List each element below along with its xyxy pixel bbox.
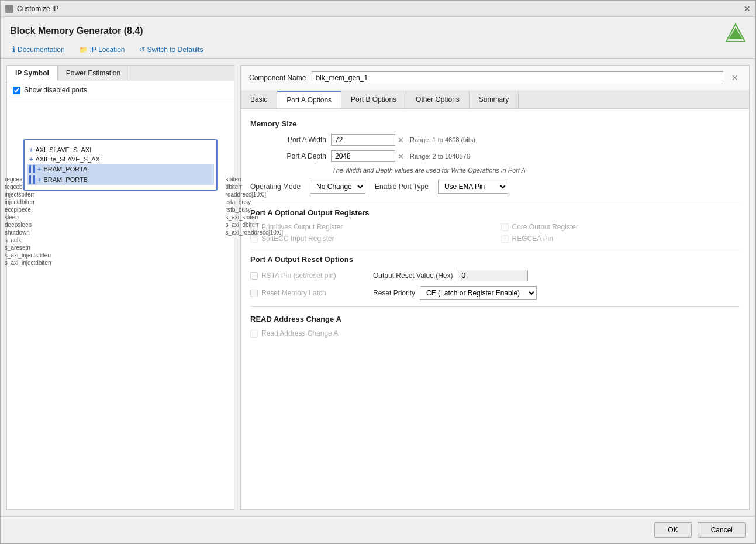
port-a-depth-row: Port A Depth ✕ Range: 2 to 1048576: [250, 150, 740, 162]
component-name-clear-button[interactable]: ✕: [729, 73, 741, 82]
port-row: injectsbiterr: [1, 191, 56, 198]
app-icon: [5, 5, 13, 13]
tab-content-port-a: Memory Size Port A Width ✕ Range: 1 to 4…: [241, 109, 749, 509]
ip-location-button[interactable]: 📁 IP Location: [77, 44, 127, 55]
read-section: READ Address Change A Read Address Chang…: [250, 315, 740, 338]
content-area: IP Symbol Power Estimation Show disabled…: [1, 59, 755, 516]
reset-priority-select[interactable]: CE (Latch or Register Enable) SR (Set/Re…: [420, 286, 537, 300]
port-row: regcea: [1, 175, 56, 183]
port-a-width-range: Range: 1 to 4608 (bits): [410, 136, 475, 143]
read-address-checkbox[interactable]: [250, 330, 258, 338]
main-title: Block Memory Generator (8.4): [10, 26, 143, 36]
tab-ip-symbol[interactable]: IP Symbol: [7, 66, 58, 81]
port-a-width-clear-button[interactable]: ✕: [398, 136, 404, 144]
plus-icon: +: [37, 166, 41, 173]
close-button[interactable]: ✕: [744, 4, 751, 13]
rsta-pin-label: RSTA Pin (set/reset pin): [261, 271, 336, 280]
port-row: dbiterr: [222, 183, 286, 191]
port-row: s_axi_sbiterr: [222, 214, 286, 221]
footer: OK Cancel: [1, 516, 755, 543]
divider1: [250, 202, 740, 202]
divider2: [250, 249, 740, 249]
port-row: deepsleep: [1, 221, 56, 229]
port-a-width-input-wrap: ✕ Range: 1 to 4608 (bits): [331, 134, 475, 146]
tab-other-options[interactable]: Other Options: [406, 91, 470, 108]
output-registers-grid: Primitives Output Register Core Output R…: [250, 223, 740, 243]
switch-to-defaults-button[interactable]: ↺ Switch to Defaults: [137, 44, 206, 55]
output-reset-value-input[interactable]: [458, 270, 528, 281]
port-row: regceb: [1, 183, 56, 191]
title-bar: Customize IP ✕: [1, 1, 755, 17]
port-row: eccpipece: [1, 206, 56, 214]
port-row: rstb_busy: [222, 206, 286, 214]
window-title: Customize IP: [17, 5, 58, 13]
component-name-label: Component Name: [249, 74, 306, 82]
right-panel: Component Name ✕ Basic Port A Options Po…: [240, 65, 750, 510]
primitives-output-reg-checkbox[interactable]: [250, 223, 258, 231]
reset-memory-latch-label: Reset Memory Latch: [261, 289, 326, 297]
info-icon: ℹ: [12, 45, 15, 54]
symbol-item-label: BRAM_PORTA: [43, 166, 87, 173]
enable-port-type-select[interactable]: Use ENA Pin Always Enabled: [438, 180, 508, 194]
tab-port-a-options[interactable]: Port A Options: [277, 91, 341, 108]
enable-port-type-label: Enable Port Type: [375, 183, 429, 191]
rsta-pin-row: RSTA Pin (set/reset pin) Output Reset Va…: [250, 270, 740, 281]
symbol-box: regcea regceb injectsbiterr injectdbiter…: [23, 139, 218, 191]
regcea-pin-label: REGCEA Pin: [512, 235, 554, 243]
port-a-width-input[interactable]: [331, 134, 395, 146]
folder-icon: 📁: [79, 46, 88, 54]
port-row: rsta_busy: [222, 198, 286, 206]
rsta-pin-checkbox[interactable]: [250, 272, 258, 280]
read-address-title: READ Address Change A: [250, 315, 740, 323]
port-row: sleep: [1, 214, 56, 221]
port-a-depth-input[interactable]: [331, 150, 395, 162]
port-a-depth-clear-button[interactable]: ✕: [398, 152, 404, 161]
component-name-input[interactable]: [312, 71, 723, 84]
tabs-bar: Basic Port A Options Port B Options Othe…: [241, 91, 749, 109]
documentation-button[interactable]: ℹ Documentation: [10, 44, 67, 55]
plus-icon: +: [29, 146, 33, 153]
tab-power-estimation[interactable]: Power Estimation: [58, 66, 129, 81]
symbol-item-label: AXI_SLAVE_S_AXI: [35, 146, 91, 153]
vivado-logo: [725, 23, 746, 44]
core-output-reg-label: Core Output Register: [512, 223, 578, 231]
operating-mode-select[interactable]: No Change Read First Write First: [310, 180, 365, 194]
refresh-icon: ↺: [139, 46, 145, 54]
core-output-reg-row: Core Output Register: [501, 223, 740, 231]
tab-port-b-options[interactable]: Port B Options: [341, 91, 406, 108]
reset-memory-latch-row: Reset Memory Latch Reset Priority CE (La…: [250, 286, 740, 300]
output-reset-value-label: Output Reset Value (Hex): [373, 271, 453, 280]
plus-icon: +: [29, 156, 33, 163]
output-registers-title: Port A Optional Output Registers: [250, 208, 740, 217]
port-row: s_aclk: [1, 236, 56, 244]
cancel-button[interactable]: Cancel: [698, 522, 746, 538]
symbol-area: regcea regceb injectsbiterr injectdbiter…: [7, 99, 234, 509]
symbol-item-label: AXILite_SLAVE_S_AXI: [35, 156, 102, 163]
ports-left: regcea regceb injectsbiterr injectdbiter…: [1, 175, 56, 267]
read-address-row: Read Address Change A: [250, 329, 740, 338]
reset-memory-latch-checkbox[interactable]: [250, 290, 258, 297]
left-panel: IP Symbol Power Estimation Show disabled…: [6, 65, 234, 510]
tab-summary[interactable]: Summary: [470, 91, 519, 108]
port-row: sbiterr: [222, 175, 286, 183]
show-disabled-label[interactable]: Show disabled ports: [24, 86, 87, 94]
show-disabled-checkbox[interactable]: [13, 87, 20, 94]
blue-bar-icon: [29, 165, 31, 173]
symbol-item: + AXILite_SLAVE_S_AXI: [27, 154, 214, 164]
port-row: shutdown: [1, 229, 56, 236]
port-row: rdaddrecc[10:0]: [222, 191, 286, 198]
show-disabled-row: Show disabled ports: [7, 81, 234, 99]
ok-button[interactable]: OK: [654, 522, 691, 538]
softecc-input-reg-checkbox[interactable]: [250, 235, 258, 243]
core-output-reg-checkbox[interactable]: [501, 223, 509, 231]
divider3: [250, 306, 740, 307]
port-a-depth-label: Port A Depth: [250, 152, 326, 160]
regcea-pin-checkbox[interactable]: [501, 235, 509, 243]
title-bar-left: Customize IP: [5, 5, 58, 13]
symbol-item: + AXI_SLAVE_S_AXI: [27, 145, 214, 154]
left-tabs: IP Symbol Power Estimation: [7, 66, 234, 81]
main-header: Block Memory Generator (8.4) ℹ Documenta…: [1, 17, 755, 59]
tab-basic[interactable]: Basic: [241, 91, 277, 108]
symbol-item-bram-porta: + BRAM_PORTA: [27, 164, 214, 174]
port-row: s_axi_injectsbiterr: [1, 252, 56, 259]
